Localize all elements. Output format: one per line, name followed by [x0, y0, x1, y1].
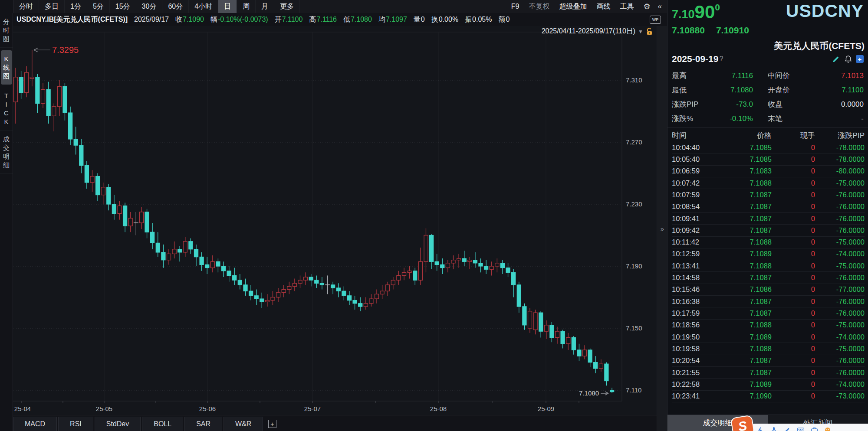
sidebar-item-char: 细	[3, 161, 10, 169]
period-tab-日[interactable]: 日	[218, 0, 237, 13]
kline-chart[interactable]: 7.3107.2707.2307.1907.1507.11025-0425-05…	[13, 26, 657, 415]
period-tab-1分[interactable]: 1分	[65, 0, 87, 13]
tick-row[interactable]: 10:23:417.10900-73.0000	[672, 391, 865, 402]
tick-cell: 10:12:59	[672, 250, 725, 258]
indicator-tab-SAR[interactable]: SAR	[184, 417, 222, 431]
quote-field-value: 0.05%	[472, 16, 492, 23]
alert-bell-icon[interactable]	[844, 55, 852, 63]
stat-收盘: 收盘0.0000	[768, 97, 864, 111]
indicator-tab-BOLL[interactable]: BOLL	[142, 417, 183, 431]
tick-cell: 10:04:40	[672, 144, 725, 152]
toolbar-button-不复权[interactable]: 不复权	[524, 2, 554, 11]
sidebar-item-char: 时	[3, 26, 10, 34]
collapse-handle[interactable]: »	[657, 26, 667, 431]
period-tab-15分[interactable]: 15分	[110, 0, 136, 13]
gear-icon[interactable]: ⚙	[638, 2, 655, 11]
tick-cell: 7.1087	[725, 191, 772, 199]
wp-monitor-icon[interactable]: WP	[650, 16, 661, 24]
toolbar-button-F9[interactable]: F9	[506, 2, 524, 11]
tick-cell: 0	[772, 155, 815, 163]
sidebar-item-分时图[interactable]: 分时图	[0, 13, 13, 48]
ime-toolbox-icon[interactable]	[811, 427, 818, 431]
period-tab-更多[interactable]: 更多	[274, 0, 300, 13]
ask-price: 7.10910	[716, 25, 749, 36]
tick-cell: -74.0000	[815, 380, 865, 389]
tick-row[interactable]: 10:07:427.10880-75.0000	[672, 177, 865, 189]
ime-pen-icon[interactable]	[784, 427, 791, 431]
tick-row[interactable]: 10:07:597.10870-76.0000	[672, 189, 865, 201]
tick-cell: -75.0000	[815, 179, 865, 187]
indicator-tab-MACD[interactable]: MACD	[13, 417, 57, 431]
tick-row[interactable]: 10:19:507.10890-74.0000	[672, 331, 865, 343]
tick-row[interactable]: 10:18:567.10880-75.0000	[672, 320, 865, 331]
quote-field-value: 0	[421, 16, 425, 23]
tick-row[interactable]: 10:21:557.10870-76.0000	[672, 367, 865, 379]
unlock-icon[interactable]	[646, 28, 653, 35]
period-tab-60分[interactable]: 60分	[162, 0, 189, 13]
panel-symbol: USDCNY	[786, 1, 864, 21]
add-indicator-button[interactable]: +	[264, 417, 280, 431]
tick-row[interactable]: 10:17:597.10870-76.0000	[672, 307, 865, 319]
tick-cell: 7.1087	[725, 226, 772, 235]
add-watchlist-icon[interactable]: +	[856, 55, 864, 63]
tick-cell: -74.0000	[815, 250, 865, 258]
tick-row[interactable]: 10:13:417.10880-75.0000	[672, 260, 865, 272]
tick-row[interactable]: 10:22:587.10890-74.0000	[672, 379, 865, 390]
indicator-tab-StdDev[interactable]: StdDev	[95, 417, 141, 431]
quote-field-额: 额0	[498, 15, 510, 24]
toolbar-button-工具[interactable]: 工具	[615, 2, 638, 11]
quote-field-value: 7.1097	[386, 16, 407, 23]
period-tab-4小时[interactable]: 4小时	[189, 0, 218, 13]
stat-value: -73.0	[736, 100, 753, 109]
tick-row[interactable]: 10:19:587.10880-75.0000	[672, 343, 865, 355]
ime-keyboard-icon[interactable]	[797, 427, 804, 431]
indicator-tab-RSI[interactable]: RSI	[58, 417, 93, 431]
tick-cell: -76.0000	[815, 215, 865, 223]
period-tab-月[interactable]: 月	[256, 0, 274, 13]
sidebar-item-TICK[interactable]: TICK	[0, 87, 13, 131]
date-range-selector[interactable]: 2025/04/11-2025/09/17(110日) ▼	[542, 27, 653, 36]
ime-skin-icon[interactable]	[824, 427, 831, 431]
period-tab-多日[interactable]: 多日	[39, 0, 65, 13]
tick-row[interactable]: 10:12:597.10890-74.0000	[672, 248, 865, 260]
period-tab-30分[interactable]: 30分	[136, 0, 163, 13]
tick-row[interactable]: 10:16:387.10870-76.0000	[672, 296, 865, 307]
ime-lightning-icon[interactable]	[757, 427, 764, 431]
tick-row[interactable]: 10:05:407.10850-78.0000	[672, 153, 865, 165]
period-tab-周[interactable]: 周	[237, 0, 256, 13]
sidebar-item-char: T	[4, 92, 8, 99]
ime-mic-icon[interactable]	[770, 427, 777, 431]
tick-row[interactable]: 10:09:427.10870-76.0000	[672, 225, 865, 236]
stat-中间价: 中间价7.1013	[768, 69, 864, 83]
collapse-left-icon[interactable]: «	[655, 2, 667, 11]
tick-row[interactable]: 10:04:407.10850-78.0000	[672, 142, 865, 153]
tick-row[interactable]: 10:11:427.10880-75.0000	[672, 237, 865, 248]
ime-logo[interactable]: S	[731, 416, 754, 431]
sidebar-item-K线图[interactable]: K线图	[1, 50, 12, 85]
quote-field-均: 均7.1097	[378, 15, 407, 24]
tick-row[interactable]: 10:14:587.10870-76.0000	[672, 272, 865, 284]
quote-field-低: 低7.1080	[343, 15, 372, 24]
tick-row[interactable]: 10:06:597.10830-80.0000	[672, 166, 865, 177]
date-help-icon[interactable]: ?	[719, 55, 723, 63]
symbol-label: USDCNY.IB[美元兑人民币(CFETS)]	[16, 15, 128, 24]
toolbar-button-画线[interactable]: 画线	[592, 2, 615, 11]
tick-cell: 7.1087	[725, 369, 772, 377]
sidebar-item-成交明细[interactable]: 成交明细	[0, 131, 13, 174]
tick-cell: 7.1087	[725, 297, 772, 306]
tick-cell: 0	[772, 215, 815, 223]
tick-cell: 10:22:58	[672, 380, 725, 389]
period-tab-分时[interactable]: 分时	[13, 0, 39, 13]
tick-row[interactable]: 10:20:547.10870-76.0000	[672, 355, 865, 367]
tick-row[interactable]: 10:08:547.10870-76.0000	[672, 201, 865, 213]
quote-date: 2025/09/17	[134, 16, 169, 23]
period-tab-5分[interactable]: 5分	[87, 0, 110, 13]
edit-pencil-icon[interactable]	[832, 55, 840, 63]
tick-table-header: 时间价格现手涨跌PIP	[672, 129, 865, 141]
tick-row[interactable]: 10:09:417.10870-76.0000	[672, 213, 865, 225]
tick-row[interactable]: 10:15:467.10860-77.0000	[672, 284, 865, 296]
tick-cell: 7.1088	[725, 238, 772, 246]
toolbar-button-超级叠加[interactable]: 超级叠加	[554, 2, 592, 11]
indicator-tab-W&R[interactable]: W&R	[224, 417, 263, 431]
stat-开盘价: 开盘价7.1100	[768, 83, 864, 97]
